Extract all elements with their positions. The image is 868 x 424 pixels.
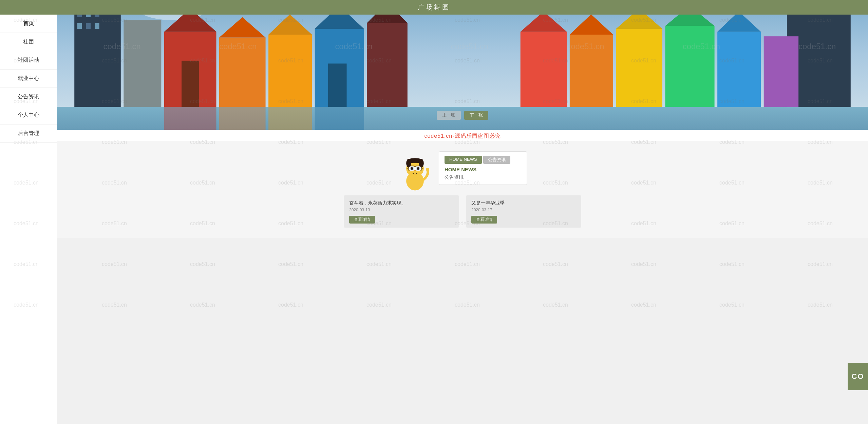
content-area: code51.cn code51.cn code51.cn code51.cn … xyxy=(57,15,868,424)
svg-text:code51.cn: code51.cn xyxy=(683,42,720,51)
co-badge: CO xyxy=(848,363,868,390)
svg-rect-19 xyxy=(182,61,199,107)
prev-banner-button[interactable]: 上一张 xyxy=(437,111,461,120)
svg-point-79 xyxy=(417,167,419,170)
svg-rect-10 xyxy=(77,15,82,17)
svg-point-86 xyxy=(426,168,429,171)
svg-rect-15 xyxy=(95,23,99,29)
news-section: HOME NEWS 公告资讯 HOME NEWS 公告资讯 奋斗着，永葆活力求实… xyxy=(57,141,868,238)
next-banner-button[interactable]: 下一张 xyxy=(464,111,488,120)
svg-rect-27 xyxy=(367,23,408,107)
svg-text:code51.cn: code51.cn xyxy=(567,42,604,51)
articles-area: 奋斗着，永葆活力求实现。 2020-03-13 查看详情 又是一年毕业季 202… xyxy=(330,192,595,234)
sidebar-item-admin[interactable]: 后台管理 xyxy=(0,124,57,143)
svg-rect-26 xyxy=(328,63,347,107)
copyright-bar: code51.cn-源码乐园盗图必究 xyxy=(57,130,868,141)
news-box-subtitle: 公告资讯 xyxy=(445,174,521,180)
news-tabs: HOME NEWS 公告资讯 xyxy=(445,156,521,164)
svg-rect-11 xyxy=(86,15,91,17)
svg-point-85 xyxy=(414,170,416,171)
svg-text:code51.cn: code51.cn xyxy=(335,42,372,51)
main-wrapper: 首页 社团 社团活动 就业中心 公告资讯 个人中心 后台管理 xyxy=(0,15,868,424)
hero-banner: code51.cn code51.cn code51.cn code51.cn … xyxy=(57,15,868,130)
sidebar-item-announcement[interactable]: 公告资讯 xyxy=(0,88,57,106)
article-title-1: 奋斗着，永葆活力求实现。 xyxy=(349,200,454,206)
news-tab-announcement[interactable]: 公告资讯 xyxy=(483,156,510,164)
svg-rect-12 xyxy=(95,15,99,17)
news-panel-wrapper: HOME NEWS 公告资讯 HOME NEWS 公告资讯 xyxy=(57,151,868,192)
svg-text:code51.cn: code51.cn xyxy=(219,42,257,51)
svg-rect-51 xyxy=(164,107,216,130)
article-card-1: 奋斗着，永葆活力求实现。 2020-03-13 查看详情 xyxy=(344,195,459,228)
news-tab-home[interactable]: HOME NEWS xyxy=(445,156,482,164)
news-box: HOME NEWS 公告资讯 HOME NEWS 公告资讯 xyxy=(439,151,527,185)
svg-rect-54 xyxy=(315,107,364,130)
mascot-area xyxy=(398,151,439,192)
banner-navigation: 上一张 下一张 xyxy=(437,111,488,120)
sidebar: 首页 社团 社团活动 就业中心 公告资讯 个人中心 后台管理 xyxy=(0,15,57,424)
svg-rect-48 xyxy=(717,32,761,107)
article-date-2: 2020-03-17 xyxy=(471,208,576,212)
svg-text:code51.cn: code51.cn xyxy=(451,42,488,51)
article-card-2: 又是一年毕业季 2020-03-17 查看详情 xyxy=(466,195,581,228)
copyright-text: code51.cn-源码乐园盗图必究 xyxy=(424,133,501,139)
article-more-button-2[interactable]: 查看详情 xyxy=(471,216,497,224)
sidebar-item-club[interactable]: 社团 xyxy=(0,33,57,51)
svg-text:code51.cn: code51.cn xyxy=(103,42,141,51)
mascot-svg xyxy=(398,151,432,192)
sidebar-item-club-activity[interactable]: 社团活动 xyxy=(0,51,57,70)
svg-rect-50 xyxy=(764,36,798,107)
top-bar: 广场舞园 xyxy=(0,0,868,15)
svg-point-78 xyxy=(411,167,413,170)
svg-rect-44 xyxy=(616,29,662,107)
svg-rect-40 xyxy=(521,32,567,107)
sidebar-item-personal[interactable]: 个人中心 xyxy=(0,106,57,124)
sidebar-item-home[interactable]: 首页 xyxy=(0,15,57,33)
svg-rect-22 xyxy=(268,35,312,107)
article-more-button-1[interactable]: 查看详情 xyxy=(349,216,375,224)
svg-text:code51.cn: code51.cn xyxy=(798,42,836,51)
article-title-2: 又是一年毕业季 xyxy=(471,200,576,206)
svg-rect-46 xyxy=(665,26,715,107)
sidebar-item-job-center[interactable]: 就业中心 xyxy=(0,70,57,88)
svg-rect-53 xyxy=(268,107,312,130)
svg-rect-16 xyxy=(124,20,161,107)
site-title: 广场舞园 xyxy=(418,3,450,11)
svg-rect-13 xyxy=(77,23,82,29)
svg-rect-14 xyxy=(86,23,91,29)
svg-rect-52 xyxy=(219,107,266,130)
news-box-title: HOME NEWS xyxy=(445,167,521,172)
article-date-1: 2020-03-13 xyxy=(349,208,454,212)
